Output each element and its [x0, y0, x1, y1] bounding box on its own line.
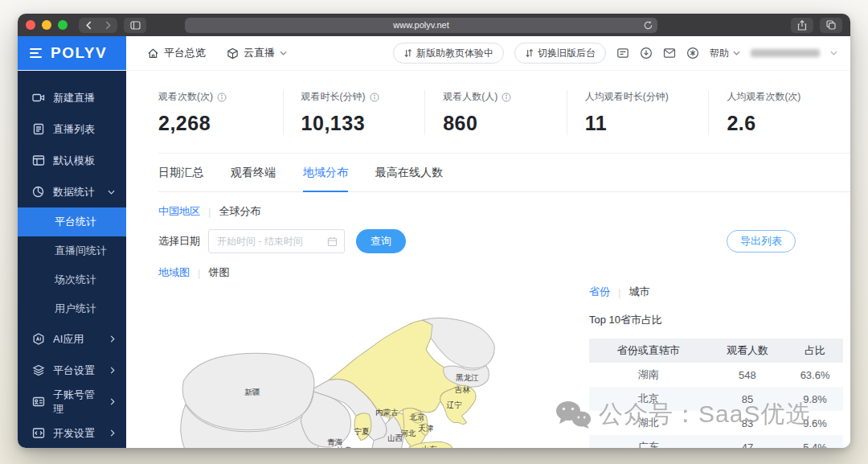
code-icon	[32, 427, 45, 439]
forward-button[interactable]	[98, 18, 117, 33]
nav-cloud-live[interactable]: 云直播	[227, 46, 287, 60]
refresh-icon[interactable]	[644, 21, 653, 30]
share-button[interactable]	[791, 18, 813, 33]
stat-value: 2.6	[727, 112, 850, 135]
list-icon	[32, 123, 45, 135]
china-map[interactable]: 新疆内蒙古黑龙江吉林辽宁北京天津河北山西宁夏山东青海甘肃	[160, 317, 544, 448]
city-link[interactable]: 城市	[628, 285, 649, 299]
address-bar[interactable]: www.polyv.net	[185, 18, 657, 33]
query-button[interactable]: 查询	[356, 229, 406, 253]
help-menu[interactable]: 帮助	[710, 47, 740, 60]
sidebar-item-data-statistics[interactable]: 数据统计	[18, 176, 126, 207]
logo-wordmark: POLYV	[51, 44, 107, 62]
date-label: 选择日期	[158, 234, 200, 248]
app-header: POLYV 平台总览 云直播 新版助教页体验中 切换旧版后台	[18, 36, 850, 71]
back-button[interactable]	[79, 18, 98, 33]
tab-date-summary[interactable]: 日期汇总	[158, 166, 203, 191]
table-row: 北京859.8%	[589, 387, 843, 411]
export-list-button[interactable]: 导出列表	[727, 230, 796, 253]
tab-overview-button[interactable]	[820, 18, 842, 33]
chevron-down-icon	[733, 51, 740, 55]
province-rank-table: 省份或直辖市观看人数占比 湖南54863.6%北京859.8%湖北839.6%广…	[589, 339, 843, 448]
chevron-right-icon	[110, 335, 115, 343]
form-icon[interactable]	[616, 47, 629, 60]
date-range-input[interactable]	[217, 236, 327, 247]
view-map-link[interactable]: 地域图	[158, 265, 190, 280]
sidebar-item-platform-statistics[interactable]: 平台统计	[18, 207, 126, 236]
sidebar-item-session-statistics[interactable]: 场次统计	[18, 265, 126, 294]
points-icon[interactable]	[686, 47, 699, 60]
minimize-window-button[interactable]	[42, 20, 51, 30]
table-header-cell: 省份或直辖市	[589, 339, 708, 363]
region-rank-panel: 省份 城市 Top 10省市占比 省份或直辖市观看人数占比 湖南54863.6%…	[589, 285, 843, 448]
chevron-right-icon	[110, 429, 115, 437]
download-icon[interactable]	[640, 47, 653, 60]
info-icon[interactable]	[502, 92, 511, 102]
home-icon	[147, 47, 159, 60]
account-name-redacted[interactable]	[751, 49, 820, 57]
url-text: www.polyv.net	[393, 20, 449, 30]
chevron-down-icon	[108, 190, 115, 195]
tab-watch-terminal[interactable]: 观看终端	[231, 166, 276, 191]
table-cell: 湖北	[589, 411, 708, 435]
info-icon[interactable]	[370, 92, 379, 102]
close-window-button[interactable]	[26, 20, 35, 30]
polyv-logo[interactable]: POLYV	[18, 36, 126, 70]
calendar-icon	[327, 236, 338, 247]
info-icon[interactable]	[217, 92, 227, 102]
stat-card-viewers: 观看人数(人) 860	[424, 90, 567, 135]
sidebar-item-platform-settings[interactable]: 平台设置	[18, 355, 126, 386]
stat-value: 2,268	[158, 112, 283, 135]
sidebar-item-user-statistics[interactable]: 用户统计	[18, 294, 126, 323]
sidebar-item-live-list[interactable]: 直播列表	[18, 113, 126, 145]
new-assistant-page-pill[interactable]: 新版助教页体验中	[393, 43, 504, 64]
browser-window: www.polyv.net POLYV 平台总览 云直播	[18, 14, 850, 448]
sidebar-item-room-statistics[interactable]: 直播间统计	[18, 236, 126, 265]
sidebar-item-subaccount-management[interactable]: 子账号管理	[18, 386, 126, 417]
map-province-label: 新疆	[244, 388, 260, 396]
chevron-down-icon	[280, 51, 287, 55]
divider	[618, 286, 620, 298]
tab-region-distribution[interactable]: 地域分布	[303, 166, 348, 192]
region-china-link[interactable]: 中国地区	[158, 204, 200, 219]
sidebar-toggle-button[interactable]	[124, 18, 146, 33]
view-toggle: 地域图 饼图	[158, 265, 850, 280]
table-cell: 85	[708, 387, 787, 411]
traffic-lights	[26, 20, 68, 30]
chevron-down-icon	[830, 51, 837, 55]
divider	[198, 267, 200, 279]
mail-icon[interactable]	[663, 47, 676, 59]
nav-platform-overview[interactable]: 平台总览	[147, 46, 206, 60]
date-range-picker[interactable]	[208, 229, 345, 253]
sidebar-item-new-live[interactable]: 新建直播	[18, 82, 126, 113]
switch-old-console-pill[interactable]: 切换旧版后台	[514, 43, 606, 64]
sidebar-item-ai-apps[interactable]: AI应用	[18, 323, 126, 355]
template-icon	[32, 154, 45, 166]
sidebar-item-dev-settings[interactable]: 开发设置	[18, 417, 126, 448]
province-link[interactable]: 省份	[589, 285, 610, 299]
table-cell: 63.6%	[787, 363, 843, 387]
table-header-cell: 占比	[787, 339, 843, 363]
tab-max-online[interactable]: 最高在线人数	[375, 166, 443, 191]
map-province-label: 甘肃	[336, 446, 352, 448]
rank-table-title: Top 10省市占比	[589, 313, 843, 327]
view-pie-link[interactable]: 饼图	[208, 265, 229, 280]
switch-icon	[403, 48, 412, 58]
map-province-label: 天津	[418, 424, 434, 433]
nav-label: 平台总览	[164, 46, 206, 60]
table-cell: 9.6%	[787, 411, 843, 435]
map-province-label: 内蒙古	[375, 408, 399, 417]
map-province-label: 宁夏	[354, 427, 371, 436]
province-table-body: 湖南54863.6%北京859.8%湖北839.6%广东475.4%	[589, 363, 843, 448]
stats-row: 观看次数(次) 2,268 观看时长(分钟) 10,133 观看人数(人) 86…	[126, 71, 850, 135]
stat-card-avg-duration: 人均观看时长(分钟) 11	[567, 90, 709, 135]
table-row: 湖北839.6%	[589, 411, 843, 435]
menu-collapse-icon[interactable]	[30, 46, 42, 60]
zoom-window-button[interactable]	[58, 20, 68, 30]
sidebar-item-default-template[interactable]: 默认模板	[18, 145, 126, 176]
chevron-right-icon	[110, 367, 115, 374]
region-global-link[interactable]: 全球分布	[219, 204, 260, 219]
table-cell: 北京	[589, 387, 708, 411]
province-table-head-row: 省份或直辖市观看人数占比	[589, 339, 843, 363]
stat-value: 11	[585, 112, 709, 135]
